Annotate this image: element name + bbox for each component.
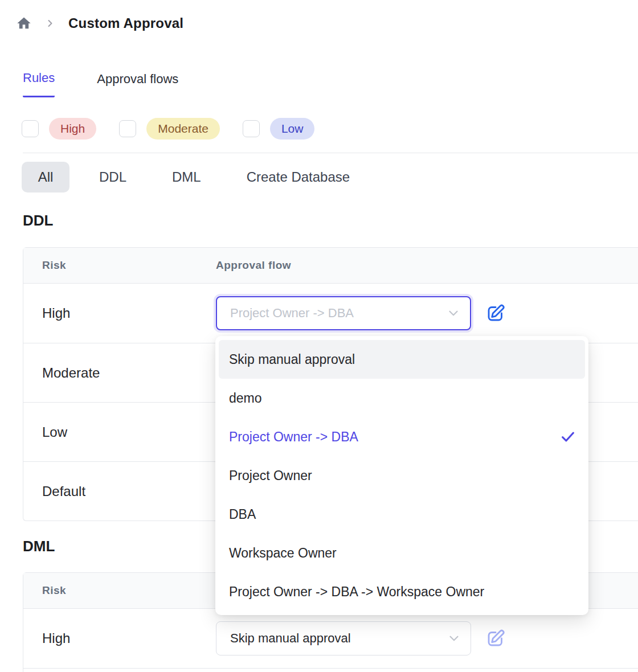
- dropdown-option-project-owner[interactable]: Project Owner: [219, 456, 585, 495]
- select-value: Skip manual approval: [230, 631, 351, 646]
- column-header-approval-flow: Approval flow: [216, 259, 638, 272]
- risk-badge-moderate: Moderate: [146, 118, 220, 140]
- ddl-table-header: Risk Approval flow: [23, 248, 638, 284]
- column-header-risk: Risk: [23, 259, 216, 272]
- chevron-down-icon: [447, 631, 461, 646]
- home-icon[interactable]: [16, 15, 32, 31]
- chevron-down-icon: [446, 306, 461, 321]
- risk-cell: Moderate: [23, 365, 216, 381]
- risk-badge-high: High: [49, 118, 96, 140]
- dropdown-option-workspace-owner[interactable]: Workspace Owner: [219, 534, 585, 572]
- risk-cell: Default: [23, 483, 216, 499]
- edit-icon: [485, 303, 506, 323]
- risk-filter-row: High Moderate Low: [22, 116, 337, 141]
- select-value: Project Owner -> DBA: [230, 306, 354, 321]
- edit-flow-button-dml-high[interactable]: [485, 628, 506, 649]
- risk-checkbox-high[interactable]: [22, 120, 39, 137]
- category-tab-all[interactable]: All: [22, 162, 69, 192]
- page-title: Custom Approval: [68, 15, 183, 31]
- tab-approval-flows[interactable]: Approval flows: [97, 71, 178, 97]
- table-row-dml-high: High Skip manual approval: [23, 609, 638, 668]
- dropdown-option-demo[interactable]: demo: [219, 379, 585, 417]
- approval-flow-dropdown: Skip manual approval demo Project Owner …: [215, 336, 588, 615]
- risk-checkbox-low[interactable]: [243, 120, 260, 137]
- edit-icon: [485, 628, 506, 649]
- option-label: Project Owner -> DBA: [229, 429, 358, 445]
- dropdown-option-dba[interactable]: DBA: [219, 495, 585, 534]
- dropdown-option-project-owner-dba-workspace-owner[interactable]: Project Owner -> DBA -> Workspace Owner: [219, 572, 585, 611]
- custom-approval-page: Custom Approval Rules Approval flows Hig…: [0, 0, 638, 672]
- divider: [23, 153, 638, 153]
- risk-cell: Low: [23, 424, 216, 440]
- category-tab-create-database[interactable]: Create Database: [247, 169, 350, 185]
- approval-flow-select-ddl-high[interactable]: Project Owner -> DBA: [216, 296, 471, 330]
- approval-flow-cell: Project Owner -> DBA: [216, 296, 638, 330]
- approval-flow-select-dml-high[interactable]: Skip manual approval: [216, 621, 471, 655]
- risk-badge-low: Low: [270, 118, 315, 140]
- table-row-ddl-high: High Project Owner -> DBA: [23, 284, 638, 343]
- dropdown-option-project-owner-dba[interactable]: Project Owner -> DBA: [219, 417, 585, 456]
- dropdown-option-skip-manual-approval[interactable]: Skip manual approval: [219, 340, 585, 379]
- risk-cell: High: [23, 630, 216, 646]
- check-icon: [559, 428, 576, 445]
- category-tab-dml[interactable]: DML: [172, 169, 201, 185]
- category-tab-bar: All DDL DML Create Database: [22, 162, 350, 192]
- edit-flow-button-ddl-high[interactable]: [485, 302, 506, 324]
- column-header-risk: Risk: [23, 584, 216, 597]
- tab-bar: Rules Approval flows: [23, 71, 178, 97]
- category-tab-ddl[interactable]: DDL: [99, 169, 126, 185]
- section-title-ddl: DDL: [23, 212, 53, 230]
- breadcrumb-chevron-icon: [44, 18, 56, 29]
- tab-rules[interactable]: Rules: [23, 71, 55, 97]
- risk-cell: High: [23, 305, 216, 321]
- approval-flow-cell: Skip manual approval: [216, 621, 638, 655]
- section-title-dml: DML: [23, 538, 55, 555]
- risk-checkbox-moderate[interactable]: [119, 120, 136, 137]
- breadcrumb: Custom Approval: [16, 14, 183, 33]
- table-row-partial: [23, 668, 638, 672]
